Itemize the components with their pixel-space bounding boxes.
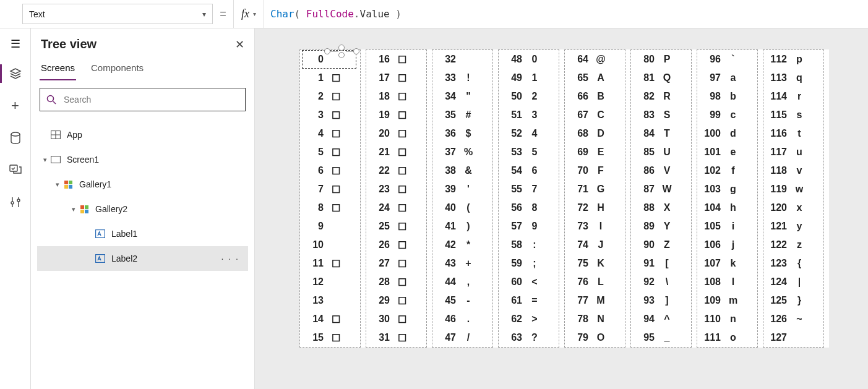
ascii-cell[interactable]: 61= xyxy=(501,291,556,310)
ascii-cell[interactable]: 37% xyxy=(435,143,489,161)
ascii-cell[interactable]: 66B xyxy=(567,87,622,106)
ascii-cell[interactable]: 102f xyxy=(700,161,754,180)
selection-handles[interactable] xyxy=(325,45,359,59)
ascii-cell[interactable]: 126~ xyxy=(766,310,820,328)
tab-screens[interactable]: Screens xyxy=(40,59,76,80)
ascii-cell[interactable]: 36$ xyxy=(435,124,489,143)
ascii-cell[interactable]: 90Z xyxy=(634,236,688,254)
ascii-cell[interactable]: 28☐ xyxy=(369,273,423,291)
ascii-cell[interactable]: 65A xyxy=(567,69,622,87)
ascii-cell[interactable]: 84T xyxy=(634,124,688,143)
ascii-cell[interactable]: 100d xyxy=(700,124,754,143)
tree-node-app[interactable]: App xyxy=(37,122,248,147)
ascii-cell[interactable]: 9 xyxy=(303,217,357,236)
ascii-cell[interactable]: 76L xyxy=(567,273,622,291)
ascii-cell[interactable]: 119w xyxy=(766,180,820,199)
close-icon[interactable]: ✕ xyxy=(235,38,244,51)
ascii-cell[interactable]: 22☐ xyxy=(369,161,423,180)
fx-button[interactable]: fx ▾ xyxy=(234,0,264,28)
rail-data[interactable] xyxy=(0,129,31,147)
ascii-cell[interactable]: 546 xyxy=(501,161,556,180)
gallery1-column[interactable]: 96`97a98b99c100d101e102f103g104h105i106j… xyxy=(697,49,758,348)
ascii-cell[interactable]: 67C xyxy=(567,106,622,124)
gallery1-column[interactable]: 32 33!34"35#36$37%38&39'40(41)42*43+44,4… xyxy=(432,49,493,348)
ascii-cell[interactable]: 513 xyxy=(501,106,556,124)
ascii-cell[interactable]: 72H xyxy=(567,199,622,217)
ascii-cell[interactable]: 579 xyxy=(501,217,556,236)
ascii-cell[interactable]: 11☐ xyxy=(303,254,357,273)
ascii-cell[interactable]: 491 xyxy=(501,69,556,87)
ascii-cell[interactable]: 96` xyxy=(700,50,754,69)
ascii-cell[interactable]: 106j xyxy=(700,236,754,254)
ascii-cell[interactable]: 16☐ xyxy=(369,50,423,69)
ascii-cell[interactable]: 86V xyxy=(634,161,688,180)
gallery1-column[interactable]: 80P81Q82R83S84T85U86V87W88X89Y90Z91[92\9… xyxy=(630,49,692,348)
tree-node-gallery1[interactable]: ▾ Gallery1 xyxy=(37,172,248,197)
ascii-cell[interactable]: 111o xyxy=(700,328,754,347)
ascii-cell[interactable]: 38& xyxy=(435,161,489,180)
ascii-cell[interactable]: 73I xyxy=(567,217,622,236)
ascii-cell[interactable]: 116t xyxy=(766,124,820,143)
ascii-cell[interactable]: 113q xyxy=(766,69,820,87)
rail-insert[interactable]: + xyxy=(0,96,31,115)
property-selector[interactable]: Text ▾ xyxy=(22,4,213,24)
ascii-cell[interactable]: 69E xyxy=(567,143,622,161)
ascii-cell[interactable]: 123{ xyxy=(766,254,820,273)
ascii-cell[interactable]: 85U xyxy=(634,143,688,161)
ascii-cell[interactable]: 127 xyxy=(766,328,820,347)
gallery1-column[interactable]: 64@65A66B67C68D69E70F71G72H73I74J75K76L7… xyxy=(564,49,625,348)
ascii-cell[interactable]: 14☐ xyxy=(303,310,357,328)
ascii-cell[interactable]: 94^ xyxy=(634,310,688,328)
ascii-cell[interactable]: 39' xyxy=(435,180,489,199)
ascii-cell[interactable]: 15☐ xyxy=(303,328,357,347)
gallery1-column[interactable]: 112p113q114r115s116t117u118v119w120x121y… xyxy=(763,49,824,348)
ascii-cell[interactable]: 40( xyxy=(435,199,489,217)
ascii-cell[interactable]: 93] xyxy=(634,291,688,310)
tree-node-label2[interactable]: Label2 · · · xyxy=(37,246,248,271)
rail-tree-view[interactable] xyxy=(0,64,31,83)
ascii-cell[interactable]: 110n xyxy=(700,310,754,328)
ascii-cell[interactable]: 121y xyxy=(766,217,820,236)
ascii-cell[interactable]: 33! xyxy=(435,69,489,87)
ascii-cell[interactable]: 77M xyxy=(567,291,622,310)
tree-node-gallery2[interactable]: ▾ Gallery2 xyxy=(37,197,248,221)
ascii-cell[interactable]: 557 xyxy=(501,180,556,199)
ascii-cell[interactable]: 109m xyxy=(700,291,754,310)
ascii-cell[interactable]: 12 xyxy=(303,273,357,291)
ascii-cell[interactable]: 68D xyxy=(567,124,622,143)
ascii-cell[interactable]: 115s xyxy=(766,106,820,124)
ascii-cell[interactable]: 122z xyxy=(766,236,820,254)
ascii-cell[interactable]: 88X xyxy=(634,199,688,217)
ascii-cell[interactable]: 32 xyxy=(435,50,489,69)
ascii-cell[interactable]: 17☐ xyxy=(369,69,423,87)
ascii-cell[interactable]: 80P xyxy=(634,50,688,69)
ascii-cell[interactable]: 81Q xyxy=(634,69,688,87)
ascii-cell[interactable]: 105i xyxy=(700,217,754,236)
ascii-cell[interactable]: 35# xyxy=(435,106,489,124)
search-input[interactable] xyxy=(62,94,239,105)
ascii-cell[interactable]: 63? xyxy=(501,328,556,347)
ascii-cell[interactable]: 1☐ xyxy=(303,69,357,87)
ascii-cell[interactable]: 27☐ xyxy=(369,254,423,273)
ascii-cell[interactable]: 124| xyxy=(766,273,820,291)
ascii-cell[interactable]: 79O xyxy=(567,328,622,347)
ascii-cell[interactable]: 30☐ xyxy=(369,310,423,328)
ascii-cell[interactable]: 59; xyxy=(501,254,556,273)
ascii-cell[interactable]: 83S xyxy=(634,106,688,124)
ascii-cell[interactable]: 47/ xyxy=(435,328,489,347)
gallery1-column[interactable]: 16☐17☐18☐19☐20☐21☐22☐23☐24☐25☐26☐27☐28☐2… xyxy=(366,49,427,348)
ascii-cell[interactable]: 2☐ xyxy=(303,87,357,106)
ascii-cell[interactable]: 75K xyxy=(567,254,622,273)
ascii-cell[interactable]: 31☐ xyxy=(369,328,423,347)
more-icon[interactable]: · · · xyxy=(221,254,248,263)
ascii-cell[interactable]: 60< xyxy=(501,273,556,291)
ascii-cell[interactable]: 91[ xyxy=(634,254,688,273)
ascii-cell[interactable]: 502 xyxy=(501,87,556,106)
ascii-cell[interactable]: 112p xyxy=(766,50,820,69)
ascii-cell[interactable]: 74J xyxy=(567,236,622,254)
gallery1-column[interactable]: 01☐2☐3☐4☐5☐6☐7☐8☐91011☐121314☐15☐ xyxy=(299,49,361,348)
ascii-cell[interactable]: 58: xyxy=(501,236,556,254)
ascii-cell[interactable]: 480 xyxy=(501,50,556,69)
ascii-cell[interactable]: 13 xyxy=(303,291,357,310)
ascii-cell[interactable]: 70F xyxy=(567,161,622,180)
